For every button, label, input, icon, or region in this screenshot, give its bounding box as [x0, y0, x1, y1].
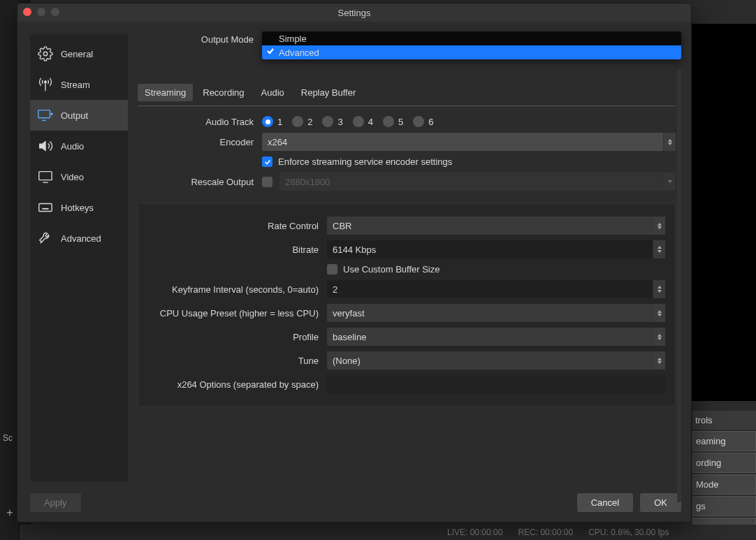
rescale-output-label: Rescale Output	[138, 177, 258, 187]
scenes-label-fragment: Sc	[3, 433, 13, 443]
add-scene-button[interactable]: +	[3, 506, 17, 520]
dropdown-option-simple[interactable]: Simple	[262, 31, 681, 45]
profile-label: Profile	[148, 332, 323, 342]
rate-control-label: Rate Control	[148, 221, 323, 231]
rescale-output-select[interactable]: 2880x1800	[279, 173, 676, 191]
keyframe-interval-spinner[interactable]: 2	[327, 280, 665, 298]
bg-button[interactable]: Mode	[692, 474, 756, 495]
status-bar: LIVE: 00:00:00 REC: 00:00:00 CPU: 0.6%, …	[0, 525, 756, 540]
bg-button[interactable]: gs	[692, 496, 756, 516]
sidebar-item-label: Advanced	[61, 233, 101, 244]
encoder-select[interactable]: x264	[262, 133, 676, 151]
rate-control-select[interactable]: CBR	[327, 217, 665, 235]
sidebar-item-label: Output	[61, 110, 88, 121]
svg-rect-5	[39, 172, 52, 180]
cancel-button[interactable]: Cancel	[577, 493, 633, 512]
tab-audio[interactable]: Audio	[254, 84, 291, 101]
profile-select[interactable]: baseline	[327, 328, 665, 346]
chevron-updown-icon	[653, 217, 665, 235]
svg-point-0	[43, 52, 48, 56]
bg-button[interactable]: eaming	[692, 431, 756, 451]
chevron-updown-icon	[653, 351, 665, 370]
keyframe-interval-label: Keyframe Interval (seconds, 0=auto)	[148, 284, 323, 295]
audio-track-radio-1[interactable]: 1	[262, 116, 282, 127]
gear-icon	[37, 45, 54, 62]
tab-streaming[interactable]: Streaming	[138, 84, 193, 101]
cpu-preset-select[interactable]: veryfast	[327, 304, 665, 322]
encoder-value: x264	[268, 137, 287, 147]
bg-button[interactable]: ording	[692, 453, 756, 473]
window-title: Settings	[17, 8, 691, 18]
antenna-icon	[37, 76, 54, 93]
output-icon	[37, 107, 54, 124]
sidebar-item-hotkeys[interactable]: Hotkeys	[30, 192, 128, 223]
bitrate-spinner[interactable]: 6144 Kbps	[327, 240, 665, 258]
sidebar-item-label: Stream	[61, 80, 90, 90]
svg-point-1	[45, 81, 47, 83]
speaker-icon	[37, 138, 54, 154]
tab-recording[interactable]: Recording	[196, 84, 251, 101]
enforce-encoder-checkbox[interactable]	[262, 156, 272, 167]
audio-track-radio-2[interactable]: 2	[292, 116, 312, 127]
chevron-updown-icon	[663, 133, 676, 151]
sidebar-item-output[interactable]: Output	[30, 100, 128, 131]
check-icon	[266, 47, 275, 57]
svg-rect-7	[39, 204, 52, 212]
chevron-updown-icon	[653, 304, 665, 322]
output-mode-dropdown[interactable]: Simple Advanced	[262, 31, 681, 59]
sidebar-item-label: Hotkeys	[61, 203, 94, 213]
encoder-label: Encoder	[138, 137, 258, 147]
audio-track-radio-3[interactable]: 3	[322, 116, 342, 127]
status-rec: REC: 00:00:00	[518, 527, 573, 537]
dialog-button-bar: Apply Cancel OK	[17, 490, 691, 522]
audio-track-radio-4[interactable]: 4	[353, 116, 373, 127]
settings-sidebar: General Stream Output Audio	[30, 34, 128, 481]
ok-button[interactable]: OK	[640, 493, 681, 512]
spinner-arrows-icon	[653, 240, 665, 258]
status-live: LIVE: 00:00:00	[447, 527, 502, 537]
output-mode-label: Output Mode	[138, 34, 258, 45]
sidebar-item-general[interactable]: General	[30, 38, 128, 69]
apply-button: Apply	[30, 493, 81, 512]
sidebar-item-video[interactable]: Video	[30, 161, 128, 192]
controls-panel: trols eaming ording Mode gs t	[692, 411, 756, 538]
keyboard-icon	[37, 199, 54, 216]
cpu-preset-value: veryfast	[333, 308, 365, 319]
tune-value: (None)	[333, 356, 361, 366]
audio-track-label: Audio Track	[138, 117, 258, 127]
keyframe-interval-value: 2	[333, 284, 337, 295]
encoder-settings-panel: Rate Control CBR Bitrate 6144 Kbp	[138, 203, 676, 407]
sidebar-item-stream[interactable]: Stream	[30, 69, 128, 100]
x264-options-label: x264 Options (separated by space)	[148, 379, 323, 390]
rescale-output-value: 2880x1800	[285, 177, 330, 187]
audio-track-radio-5[interactable]: 5	[383, 116, 403, 127]
x264-options-input[interactable]	[327, 375, 665, 393]
audio-track-radio-6[interactable]: 6	[413, 116, 433, 127]
chevron-down-icon	[663, 173, 676, 191]
maximize-window-button	[51, 8, 59, 16]
enforce-encoder-label: Enforce streaming service encoder settin…	[278, 156, 452, 167]
sidebar-item-label: Video	[61, 172, 84, 182]
profile-value: baseline	[333, 332, 366, 342]
close-window-button[interactable]	[23, 8, 31, 16]
titlebar: Settings	[17, 3, 691, 22]
controls-panel-title: trols	[692, 411, 756, 430]
scrollbar[interactable]	[677, 69, 681, 502]
dropdown-option-advanced[interactable]: Advanced	[262, 45, 681, 59]
monitor-icon	[37, 168, 54, 185]
rescale-output-checkbox[interactable]	[262, 177, 272, 187]
tab-replay-buffer[interactable]: Replay Buffer	[294, 84, 363, 101]
custom-buffer-checkbox[interactable]	[327, 264, 337, 275]
sidebar-item-advanced[interactable]: Advanced	[30, 223, 128, 254]
cpu-preset-label: CPU Usage Preset (higher = less CPU)	[148, 308, 323, 319]
sidebar-item-audio[interactable]: Audio	[30, 131, 128, 161]
spinner-arrows-icon	[653, 280, 665, 298]
settings-content: Output Mode Simple Advanced	[138, 34, 681, 481]
tune-label: Tune	[148, 356, 323, 366]
bitrate-label: Bitrate	[148, 245, 323, 255]
chevron-updown-icon	[653, 328, 665, 346]
rate-control-value: CBR	[333, 221, 351, 231]
sidebar-item-label: Audio	[61, 141, 84, 152]
tune-select[interactable]: (None)	[327, 351, 665, 370]
svg-marker-4	[40, 142, 45, 151]
